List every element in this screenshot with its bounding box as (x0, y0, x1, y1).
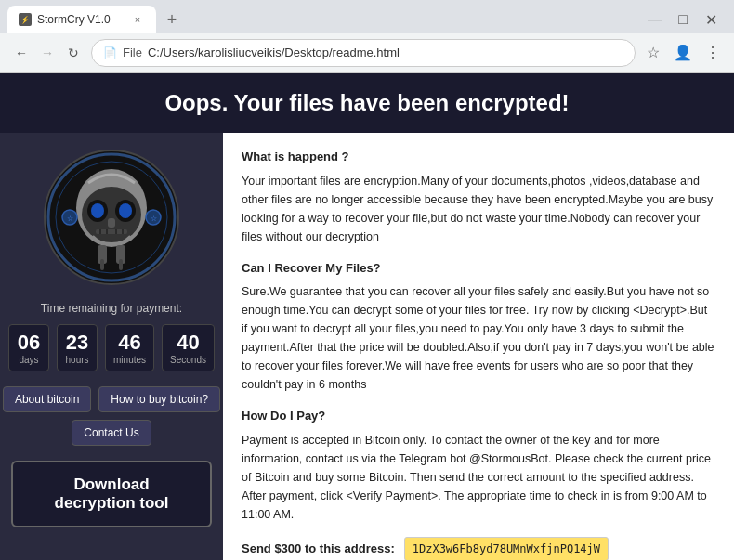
timer-seconds: 40 Seconds (162, 324, 215, 371)
seconds-value: 40 (170, 331, 206, 355)
timer-hours: 23 hours (57, 324, 98, 371)
main-title: Oops. Your files have been encrypted! (164, 90, 569, 115)
payment-row: Send $300 to this address: (242, 537, 715, 561)
svg-point-7 (91, 203, 104, 218)
browser-chrome: ⚡ StormCry V1.0 × + — □ ✕ ← → ↻ 📄 File C… (0, 0, 734, 73)
svg-rect-21 (100, 259, 104, 270)
file-icon: 📄 (103, 46, 117, 59)
action-row-1: About bitcoin How to buy bitcoin? (3, 386, 220, 412)
action-buttons: About bitcoin How to buy bitcoin? Contac… (11, 386, 212, 446)
payment-address-input[interactable] (404, 537, 609, 561)
timer-minutes: 46 minutes (105, 324, 154, 371)
seconds-unit: Seconds (170, 355, 206, 365)
section1-title: What is happend ? (242, 148, 715, 166)
tab-favicon: ⚡ (19, 13, 32, 26)
address-text: C:/Users/karolisliucveikis/Desktop/readm… (148, 46, 623, 59)
maximize-button[interactable]: □ (671, 7, 695, 32)
download-decryption-button[interactable]: Download decryption tool (11, 461, 212, 527)
timer-days: 06 days (8, 324, 49, 371)
svg-text:☆: ☆ (151, 215, 157, 223)
about-bitcoin-button[interactable]: About bitcoin (3, 386, 91, 412)
left-panel: ☆ ☆ Time remaining for payment: 06 days … (0, 133, 223, 560)
toolbar-icons: ☆ 👤 ⋮ (641, 41, 725, 65)
tab-title: StormCry V1.0 (37, 13, 111, 26)
menu-icon[interactable]: ⋮ (701, 41, 725, 65)
nav-buttons: ← → ↻ (9, 41, 85, 65)
page-content: Oops. Your files have been encrypted! (0, 73, 734, 560)
skull-logo: ☆ ☆ (42, 148, 181, 287)
active-tab[interactable]: ⚡ StormCry V1.0 × (7, 6, 156, 33)
address-prefix: File (123, 46, 142, 59)
minutes-unit: minutes (113, 355, 146, 365)
close-button[interactable]: ✕ (699, 7, 723, 32)
new-tab-button[interactable]: + (160, 7, 184, 32)
timer-label: Time remaining for payment: (41, 302, 182, 315)
tab-close-button[interactable]: × (130, 12, 145, 27)
browser-toolbar: ← → ↻ 📄 File C:/Users/karolisliucveikis/… (0, 33, 734, 72)
section1-text: Your important files are encryption.Many… (242, 172, 715, 246)
svg-text:☆: ☆ (67, 215, 73, 223)
section3-text: Payment is accepted in Bitcoin only. To … (242, 431, 715, 524)
minutes-value: 46 (113, 331, 146, 355)
section3-title: How Do I Pay? (242, 407, 715, 425)
section2-title: Can I Recover My Files? (242, 259, 715, 278)
minimize-button[interactable]: — (643, 7, 667, 32)
timer-boxes: 06 days 23 hours 46 minutes 40 Seconds (8, 324, 215, 371)
svg-rect-9 (108, 218, 115, 228)
days-unit: days (17, 355, 41, 365)
forward-button[interactable]: → (35, 41, 59, 65)
how-to-buy-button[interactable]: How to buy bitcoin? (98, 386, 220, 412)
days-value: 06 (17, 331, 41, 355)
refresh-button[interactable]: ↻ (61, 41, 85, 65)
tab-bar: ⚡ StormCry V1.0 × + — □ ✕ (0, 0, 734, 33)
bookmark-icon[interactable]: ☆ (641, 41, 665, 65)
svg-rect-22 (119, 259, 123, 270)
back-button[interactable]: ← (9, 41, 33, 65)
hours-value: 23 (65, 331, 89, 355)
svg-point-8 (119, 203, 132, 218)
main-layout: ☆ ☆ Time remaining for payment: 06 days … (0, 133, 734, 560)
page-header: Oops. Your files have been encrypted! (0, 73, 734, 133)
hours-unit: hours (65, 355, 89, 365)
section2-text: Sure.We guarantee that you can recover a… (242, 282, 715, 394)
address-bar[interactable]: 📄 File C:/Users/karolisliucveikis/Deskto… (91, 39, 636, 67)
contact-us-button[interactable]: Contact Us (72, 420, 151, 446)
payment-label: Send $300 to this address: (242, 540, 395, 558)
profile-icon[interactable]: 👤 (671, 41, 695, 65)
action-row-2: Contact Us (72, 420, 151, 446)
right-panel: What is happend ? Your important files a… (223, 133, 734, 560)
